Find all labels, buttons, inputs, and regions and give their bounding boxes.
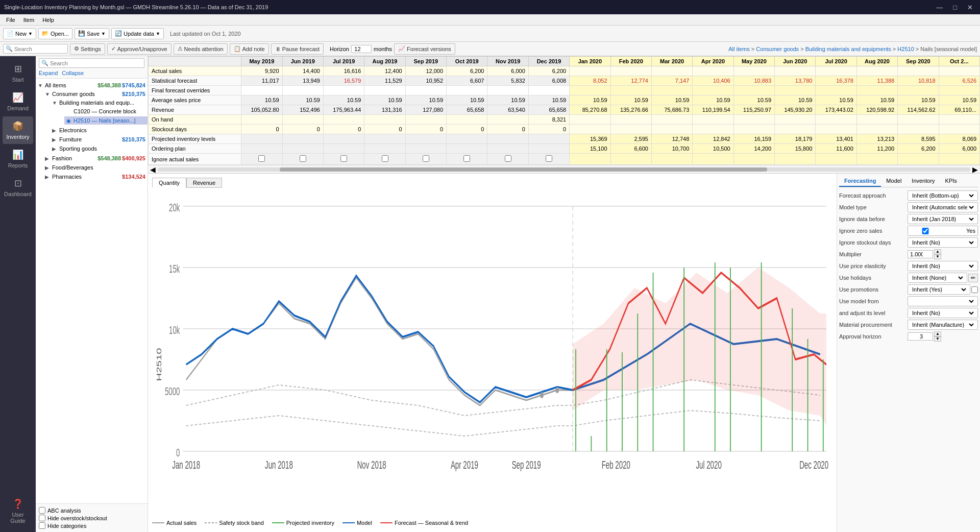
breadcrumb-building[interactable]: Building materials and equipments	[805, 46, 891, 52]
settings-tab-model[interactable]: Model	[881, 176, 906, 187]
tree-toggle-food[interactable]: ▶	[45, 165, 52, 171]
cell-ff-dec19[interactable]	[528, 86, 569, 95]
approval-horizon-down[interactable]: ▼	[934, 336, 941, 342]
maximize-button[interactable]: □	[950, 3, 960, 12]
sidebar-item-start[interactable]: ⊞ Start	[3, 59, 33, 87]
tree-toggle-fashion[interactable]: ▶	[45, 156, 52, 161]
approve-button[interactable]: ✓ Approve/Unapprove	[107, 43, 172, 55]
tree-toggle-all[interactable]: ▼	[38, 83, 45, 88]
save-button[interactable]: 💾 Save ▼	[75, 28, 109, 39]
ignore-data-before-select[interactable]: Inherit (Jan 2018)	[910, 215, 975, 223]
tree-row-building[interactable]: ▼ Building materials and equip...	[50, 99, 148, 107]
scrollbar-track[interactable]	[158, 167, 970, 172]
update-dropdown-icon[interactable]: ▼	[156, 31, 160, 36]
close-button[interactable]: ✕	[964, 3, 976, 12]
sidebar-item-user-guide[interactable]: ❓ User Guide	[3, 494, 33, 528]
tree-toggle-sporting[interactable]: ▶	[52, 146, 59, 152]
promotions-checkbox[interactable]	[971, 286, 978, 293]
tree-row-pharmacies[interactable]: ▶ Pharmacies $134,524	[43, 173, 148, 181]
update-button[interactable]: 🔄 Update data ▼	[111, 28, 164, 39]
menu-help[interactable]: Help	[38, 16, 58, 24]
cell-ff-aug20[interactable]	[856, 86, 897, 95]
cell-ff-aug19[interactable]	[364, 86, 405, 95]
collapse-link[interactable]: Collapse	[62, 70, 84, 76]
multiplier-up[interactable]: ▲	[934, 249, 941, 254]
breadcrumb-consumer-goods[interactable]: Consumer goods	[756, 46, 799, 52]
save-dropdown-icon[interactable]: ▼	[101, 31, 106, 36]
tree-toggle-pharmacies[interactable]: ▶	[45, 174, 52, 180]
tree-row-all-items[interactable]: ▼ All items $548,388 $745,824	[36, 81, 148, 89]
multiplier-input[interactable]	[908, 250, 933, 258]
ignore-jul19[interactable]	[340, 155, 347, 162]
tree-row-furniture[interactable]: ▶ Furniture $210,375	[50, 135, 148, 143]
approval-horizon-input[interactable]	[908, 332, 933, 341]
tree-toggle-furniture[interactable]: ▶	[52, 137, 59, 142]
hide-overstock-checkbox[interactable]	[39, 515, 45, 521]
cell-ff-oct20[interactable]	[939, 86, 979, 95]
scroll-left-btn[interactable]: ◀	[150, 165, 156, 174]
expand-link[interactable]: Expand	[39, 70, 58, 76]
abc-analysis-checkbox[interactable]	[39, 507, 45, 514]
pause-forecast-button[interactable]: ⏸ Pause forecast	[271, 43, 324, 55]
holidays-edit-button[interactable]: ✏	[968, 274, 978, 282]
multiplier-down[interactable]: ▼	[934, 254, 941, 259]
ignore-jun19[interactable]	[300, 155, 306, 162]
approval-horizon-up[interactable]: ▲	[934, 331, 941, 336]
menu-file[interactable]: File	[2, 16, 19, 24]
minimize-button[interactable]: —	[933, 3, 946, 12]
ignore-sep19[interactable]	[423, 155, 429, 162]
ignore-stockout-select[interactable]: Inherit (No)	[910, 239, 975, 246]
promotions-select[interactable]: Inherit (Yes)	[910, 286, 968, 293]
model-type-select[interactable]: Inherit (Automatic selection)	[910, 204, 975, 211]
new-button[interactable]: 📄 New ▼	[3, 28, 36, 39]
open-button[interactable]: 📂 Open...	[38, 28, 72, 39]
cell-ff-jul19[interactable]	[323, 86, 364, 95]
forecast-versions-button[interactable]: 📈 Forecast versions	[394, 43, 455, 55]
settings-tab-kpis[interactable]: KPIs	[940, 176, 962, 187]
price-elasticity-select[interactable]: Inherit (No)	[910, 262, 975, 270]
material-procurement-select[interactable]: Inherit (Manufacture)	[910, 321, 975, 328]
use-model-from-select[interactable]	[910, 298, 975, 305]
new-dropdown-icon[interactable]: ▼	[28, 31, 33, 36]
settings-tab-forecasting[interactable]: Forecasting	[839, 176, 881, 187]
menu-item[interactable]: Item	[19, 16, 38, 24]
ignore-aug19[interactable]	[382, 155, 388, 162]
cell-ff-mar20[interactable]	[651, 86, 692, 95]
cell-ff-nov19[interactable]	[487, 86, 528, 95]
cell-ff-jul20[interactable]	[816, 86, 856, 95]
tree-row-electronics[interactable]: ▶ Electronics	[50, 126, 148, 134]
breadcrumb-h2510[interactable]: H2510	[897, 46, 914, 52]
ignore-oct19[interactable]	[463, 155, 470, 162]
hide-categories-checkbox[interactable]	[39, 522, 45, 529]
cell-ff-feb20[interactable]	[610, 86, 651, 95]
tree-search-input[interactable]	[50, 60, 101, 66]
table-scrollbar[interactable]: ◀ ▶	[148, 165, 980, 173]
tree-row-food[interactable]: ▶ Food/Beverages	[43, 163, 148, 172]
tree-row-h2510[interactable]: ◉ H2510 — Nails [seaso...]	[64, 116, 148, 125]
scrollbar-thumb[interactable]	[280, 167, 767, 172]
cell-ff-jun19[interactable]	[282, 86, 323, 95]
cell-ff-may20[interactable]	[733, 86, 774, 95]
cell-ff-sep19[interactable]	[405, 86, 446, 95]
sidebar-item-demand[interactable]: 📈 Demand	[3, 88, 33, 115]
settings-button[interactable]: ⚙ Settings	[70, 43, 105, 55]
tree-row-sporting[interactable]: ▶ Sporting goods	[50, 144, 148, 153]
cell-ff-sep20[interactable]	[898, 86, 939, 95]
add-note-button[interactable]: 📋 Add note	[230, 43, 269, 55]
cell-ff-apr20[interactable]	[693, 86, 733, 95]
cell-ff-oct19[interactable]	[447, 86, 487, 95]
forecast-approach-select[interactable]: Inherit (Bottom-up)	[910, 192, 975, 199]
breadcrumb-all-items[interactable]: All items	[728, 46, 750, 52]
ignore-nov19[interactable]	[505, 155, 511, 162]
tree-toggle-building[interactable]: ▼	[52, 100, 59, 106]
tree-toggle-electronics[interactable]: ▶	[52, 128, 59, 133]
needs-attention-button[interactable]: ⚠ Needs attention	[174, 43, 228, 55]
cell-ff-jun20[interactable]	[775, 86, 816, 95]
tree-row-c1020[interactable]: C1020 — Concrete block	[64, 107, 148, 115]
tree-row-fashion[interactable]: ▶ Fashion $548,388 $400,925	[43, 154, 148, 162]
ignore-may19[interactable]	[258, 155, 265, 162]
sidebar-item-inventory[interactable]: 📦 Inventory	[3, 116, 33, 144]
cell-ff-may19[interactable]	[241, 86, 282, 95]
tab-revenue[interactable]: Revenue	[186, 178, 222, 188]
scroll-right-btn[interactable]: ▶	[972, 165, 978, 174]
